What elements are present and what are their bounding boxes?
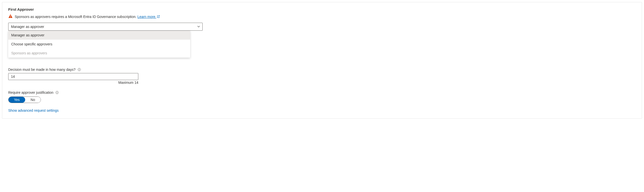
decision-days-input[interactable] [8,73,138,80]
sponsors-info-row: Sponsors as approvers requires a Microso… [8,14,636,19]
external-link-icon [157,15,160,18]
learn-more-label: Learn more. [138,15,156,19]
justification-yes[interactable]: Yes [8,97,25,103]
svg-point-3 [79,69,80,69]
decision-days-label-row: Decision must be made in how many days? [8,68,636,72]
first-approver-panel: First Approver Sponsors as approvers req… [2,2,642,119]
justification-label: Require approver justification [8,90,53,94]
chevron-down-icon [197,25,200,29]
svg-rect-0 [10,16,11,17]
info-text-content: Sponsors as approvers requires a Microso… [15,15,138,19]
approver-select[interactable]: Manager as approver [8,23,202,31]
approver-option-manager[interactable]: Manager as approver [8,31,190,40]
approver-select-value: Manager as approver [11,25,44,29]
warning-icon [8,14,13,19]
info-icon[interactable] [78,68,81,71]
info-icon[interactable] [55,91,59,94]
approver-dropdown-list: Manager as approver Choose specific appr… [8,31,190,58]
svg-rect-1 [10,17,11,18]
section-title: First Approver [8,7,636,12]
justification-label-row: Require approver justification [8,90,636,94]
decision-days-label: Decision must be made in how many days? [8,68,76,72]
svg-rect-4 [79,69,79,70]
learn-more-link[interactable]: Learn more. [138,15,160,19]
justification-section: Require approver justification Yes No [8,90,636,103]
show-advanced-link[interactable]: Show advanced request settings [8,108,58,112]
approver-select-wrap: Manager as approver Manager as approver … [8,23,202,31]
justification-no[interactable]: No [25,97,40,103]
svg-point-6 [57,92,58,92]
sponsors-info-text: Sponsors as approvers requires a Microso… [15,15,160,19]
justification-toggle: Yes No [8,96,41,103]
svg-rect-7 [57,92,57,93]
approver-option-specific[interactable]: Choose specific approvers [8,40,190,48]
decision-days-helper: Maximum 14 [8,80,138,84]
approver-option-sponsors: Sponsors as approvers [8,48,190,58]
